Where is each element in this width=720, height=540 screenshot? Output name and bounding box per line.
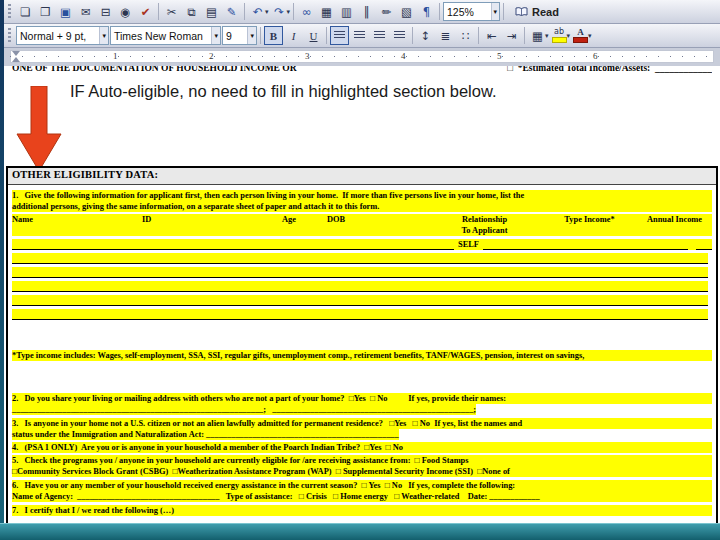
tables-borders-icon: ▦ bbox=[321, 5, 332, 19]
blank-entry-line bbox=[12, 253, 708, 264]
insert-table-button[interactable]: ▥ bbox=[337, 2, 356, 21]
save-icon: ▣ bbox=[60, 5, 71, 19]
clipped-heading-left: ONE OF THE DOCUMENTATION OF HOUSEHOLD IN… bbox=[12, 66, 297, 72]
align-center-button[interactable] bbox=[350, 26, 369, 45]
chevron-down-icon[interactable]: ▾ bbox=[211, 27, 220, 44]
font-select[interactable]: Times New Roman ▾ bbox=[110, 26, 221, 45]
open-button[interactable]: ❐ bbox=[36, 2, 55, 21]
open-icon: ❐ bbox=[40, 5, 50, 19]
italic-button[interactable]: I bbox=[284, 26, 303, 45]
toolbar-grip[interactable] bbox=[8, 4, 11, 19]
toolbar-separator bbox=[478, 27, 479, 44]
format-painter-button[interactable]: ✎ bbox=[222, 2, 241, 21]
highlight-dropdown-arrow[interactable]: ▾ bbox=[567, 32, 571, 40]
document-map-button[interactable]: ▧ bbox=[397, 2, 416, 21]
font-size-value: 9 bbox=[226, 30, 232, 42]
entry-line bbox=[12, 239, 454, 250]
decrease-indent-icon: ⇤ bbox=[487, 29, 497, 43]
column-header-relationship: Relationship To Applicant bbox=[427, 214, 542, 236]
columns-button[interactable]: ‖ bbox=[357, 2, 376, 21]
line-spacing-button[interactable]: ↕ bbox=[416, 26, 435, 45]
toolbar-separator bbox=[524, 27, 525, 44]
print-preview-button[interactable]: ◉ bbox=[116, 2, 135, 21]
household-row-self: SELF bbox=[12, 239, 712, 250]
undo-dropdown-arrow[interactable]: ▾ bbox=[265, 8, 269, 16]
drawing-icon: ✏ bbox=[382, 5, 392, 19]
increase-indent-button[interactable]: ⇥ bbox=[502, 26, 521, 45]
read-label: Read bbox=[532, 6, 559, 18]
style-select[interactable]: Normal + 9 pt, ▾ bbox=[16, 26, 109, 45]
undo-icon: ↶ bbox=[253, 5, 263, 19]
ruler[interactable]: 1 2 3 4 5 6 bbox=[4, 48, 720, 67]
toolbar-separator bbox=[326, 27, 327, 44]
read-button[interactable]: Read bbox=[507, 2, 567, 22]
first-line-indent-marker[interactable] bbox=[12, 51, 20, 56]
paste-icon: ▤ bbox=[206, 5, 217, 19]
font-size-select[interactable]: 9 ▾ bbox=[222, 26, 257, 45]
save-button[interactable]: ▣ bbox=[56, 2, 75, 21]
toolbar-grip[interactable] bbox=[8, 28, 11, 43]
clipped-top-line: ONE OF THE DOCUMENTATION OF HOUSEHOLD IN… bbox=[12, 66, 712, 75]
decrease-indent-button[interactable]: ⇤ bbox=[482, 26, 501, 45]
align-center-icon bbox=[354, 31, 365, 40]
drawing-button[interactable]: ✏ bbox=[377, 2, 396, 21]
spelling-button[interactable]: ✔ bbox=[136, 2, 155, 21]
blank-entry-line bbox=[12, 309, 708, 320]
zoom-value: 125% bbox=[447, 6, 474, 18]
formatting-toolbar: Normal + 9 pt, ▾ Times New Roman ▾ 9 ▾ B… bbox=[4, 24, 720, 48]
line-spacing-icon: ↕ bbox=[421, 29, 431, 43]
format-painter-icon: ✎ bbox=[227, 5, 237, 19]
columns-icon: ‖ bbox=[364, 5, 370, 19]
toolbar-separator bbox=[503, 3, 504, 20]
chevron-down-icon[interactable]: ▾ bbox=[99, 27, 108, 44]
question-3-answer-line: status under the Immigration and Natural… bbox=[12, 429, 399, 440]
chevron-down-icon[interactable]: ▾ bbox=[491, 3, 500, 20]
bullets-button[interactable]: ∷ bbox=[456, 26, 475, 45]
document-area[interactable]: ONE OF THE DOCUMENTATION OF HOUSEHOLD IN… bbox=[4, 66, 720, 524]
line-gap bbox=[688, 240, 696, 250]
email-button[interactable]: ✉ bbox=[76, 2, 95, 21]
column-header-age: Age bbox=[282, 214, 327, 236]
font-value: Times New Roman bbox=[114, 30, 203, 42]
justify-button[interactable] bbox=[390, 26, 409, 45]
align-left-icon bbox=[334, 31, 345, 40]
column-header-name: Name bbox=[12, 214, 142, 236]
ruler-number: 3 bbox=[305, 51, 310, 61]
ruler-number: 2 bbox=[209, 51, 214, 61]
numbering-button[interactable]: ≣ bbox=[436, 26, 455, 45]
hyperlink-button[interactable]: ∞ bbox=[297, 2, 316, 21]
borders-icon: ▦ bbox=[532, 29, 543, 43]
align-left-button[interactable] bbox=[330, 26, 349, 45]
cut-button[interactable]: ✂ bbox=[162, 2, 181, 21]
toolbar-separator bbox=[244, 3, 245, 20]
red-down-arrow bbox=[16, 86, 62, 172]
paste-button[interactable]: ▤ bbox=[202, 2, 221, 21]
bold-button[interactable]: B bbox=[264, 26, 283, 45]
font-color-dropdown-arrow[interactable]: ▾ bbox=[588, 32, 592, 40]
question-5-line-2: □Community Services Block Grant (CSBG) □… bbox=[12, 466, 712, 477]
hanging-indent-marker[interactable] bbox=[12, 57, 20, 62]
font-color-icon: A bbox=[577, 28, 584, 36]
borders-dropdown-arrow[interactable]: ▾ bbox=[545, 32, 549, 40]
eligibility-form-section: OTHER ELIGIBILITY DATA: 1. Give the foll… bbox=[6, 166, 718, 524]
pilcrow-icon: ¶ bbox=[423, 5, 430, 19]
new-document-button[interactable]: ❏ bbox=[16, 2, 35, 21]
question-1-line-1: 1. Give the following information for ap… bbox=[12, 190, 712, 201]
print-button[interactable]: ⊟ bbox=[96, 2, 115, 21]
chevron-down-icon[interactable]: ▾ bbox=[247, 27, 256, 44]
underline-button[interactable]: U bbox=[304, 26, 323, 45]
question-2-answer-line: ________________________________________… bbox=[12, 404, 476, 415]
entry-line bbox=[696, 239, 712, 250]
form-body: 1. Give the following information for ap… bbox=[8, 185, 716, 516]
show-hide-button[interactable]: ¶ bbox=[417, 2, 436, 21]
align-right-button[interactable] bbox=[370, 26, 389, 45]
email-icon: ✉ bbox=[81, 5, 91, 19]
toolbar-separator bbox=[293, 3, 294, 20]
zoom-select[interactable]: 125% ▾ bbox=[443, 2, 500, 21]
blank-entry-line bbox=[12, 281, 708, 292]
justify-icon bbox=[394, 31, 405, 40]
redo-dropdown-arrow[interactable]: ▾ bbox=[287, 8, 291, 16]
tables-borders-button[interactable]: ▦ bbox=[317, 2, 336, 21]
copy-button[interactable]: ⧉ bbox=[182, 2, 201, 21]
question-2-line-1: 2. Do you share your living or mailing a… bbox=[12, 393, 712, 404]
